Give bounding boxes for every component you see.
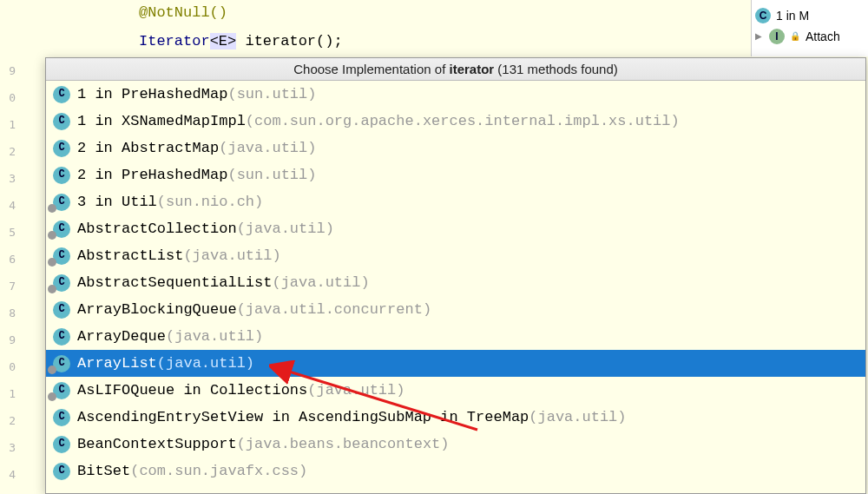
abstract-badge-icon [48, 392, 56, 401]
list-item[interactable]: CAbstractSequentialList (java.util) [46, 269, 865, 296]
sidebar-item-label: 1 in M [776, 5, 809, 26]
item-name: ArrayBlockingQueue [77, 299, 237, 320]
class-icon: C [53, 436, 70, 453]
class-icon: C [53, 382, 70, 399]
class-icon: C [53, 409, 70, 426]
list-item[interactable]: CAscendingEntrySetView in AscendingSubMa… [46, 404, 865, 431]
line-number: 4 [0, 461, 17, 488]
item-package: (java.util) [307, 379, 404, 401]
list-item[interactable]: CBeanContextSupport (java.beans.beancont… [46, 431, 865, 458]
class-icon: C [53, 274, 70, 292]
popup-header: Choose Implementation of iterator (131 m… [46, 58, 865, 81]
class-icon: C [53, 301, 70, 319]
item-package: (java.util) [529, 406, 626, 428]
item-package: (sun.util) [227, 164, 316, 186]
abstract-badge-icon [48, 366, 56, 374]
line-number: 5 [0, 219, 17, 246]
item-name: ArrayDeque [77, 326, 166, 347]
list-item[interactable]: CArrayBlockingQueue (java.util.concurren… [46, 296, 865, 323]
class-icon: C [53, 328, 70, 346]
line-number: 2 [0, 138, 17, 165]
list-item[interactable]: CBitSet (com.sun.javafx.css) [46, 458, 865, 484]
class-icon: C [53, 221, 70, 238]
abstract-badge-icon [48, 231, 56, 240]
line-number: 3 [0, 165, 17, 192]
list-item[interactable]: CAbstractList (java.util) [46, 242, 865, 269]
item-name: AbstractList [77, 245, 183, 267]
item-package: (java.util) [272, 272, 369, 293]
generic-highlight: <E> [210, 33, 237, 49]
line-number: 6 [0, 246, 17, 273]
list-item[interactable]: C2 in AbstractMap (java.util) [46, 135, 865, 161]
line-number: 1 [0, 111, 17, 138]
interface-icon: I [769, 29, 785, 44]
item-name: 2 in AbstractMap [77, 137, 219, 159]
list-item[interactable]: C2 in PreHashedMap (sun.util) [46, 161, 865, 188]
item-package: (com.sun.javafx.css) [130, 460, 307, 482]
item-name: 3 in Util [77, 191, 157, 213]
class-icon: C [53, 167, 70, 184]
method-name: iterator [245, 33, 316, 49]
item-name: 1 in XSNamedMapImpl [77, 110, 246, 132]
abstract-badge-icon [48, 285, 56, 293]
line-number: 4 [0, 192, 17, 219]
item-name: AbstractCollection [77, 218, 237, 240]
item-name: BeanContextSupport [77, 433, 237, 455]
sidebar-item-label: Attach [806, 26, 840, 47]
item-package: (com.sun.org.apache.xerces.internal.impl… [246, 110, 680, 132]
list-item[interactable]: CArrayDeque (java.util) [46, 323, 865, 350]
chevron-right-icon: ▶ [755, 26, 762, 47]
class-icon: C [53, 355, 70, 372]
line-number: 9 [0, 326, 17, 353]
item-name: AscendingEntrySetView in AscendingSubMap… [77, 406, 529, 428]
item-name: AsLIFOQueue in Collections [77, 379, 307, 401]
item-package: (java.util.concurrent) [237, 299, 431, 320]
lock-icon: 🔒 [790, 26, 800, 47]
class-icon: C [53, 113, 70, 130]
class-icon: C [53, 194, 70, 211]
popup-title-pre: Choose Implementation of [293, 62, 449, 76]
line-numbers-side: 9012345678901234 [0, 57, 17, 488]
class-icon: C [53, 140, 70, 157]
implementations-list[interactable]: C1 in PreHashedMap (sun.util)C1 in XSNam… [46, 81, 865, 484]
item-package: (sun.util) [227, 83, 316, 105]
list-item[interactable]: CAbstractCollection (java.util) [46, 215, 865, 242]
line-number: 7 [0, 273, 17, 300]
item-package: (java.util) [219, 137, 316, 159]
item-package: (java.util) [157, 352, 254, 374]
list-item[interactable]: C3 in Util (sun.nio.ch) [46, 188, 865, 215]
item-name: BitSet [77, 460, 130, 482]
item-name: ArrayList [77, 352, 157, 374]
list-item[interactable]: CArrayList (java.util) [46, 350, 865, 377]
item-package: (java.beans.beancontext) [237, 433, 450, 455]
item-name: 2 in PreHashedMap [77, 164, 227, 186]
class-icon: C [53, 247, 70, 265]
abstract-badge-icon [48, 204, 56, 213]
line-number: 9 [0, 57, 17, 84]
structure-sidebar: C 1 in M ▶ I 🔒 Attach [751, 0, 868, 56]
list-item[interactable]: CAsLIFOQueue in Collections (java.util) [46, 377, 865, 404]
line-number: 1 [0, 380, 17, 407]
class-icon: C [53, 463, 70, 480]
item-name: AbstractSequentialList [77, 272, 272, 293]
class-icon: C [755, 8, 771, 23]
editor-code-area[interactable]: @NotNull() Iterator<E> iterator(); [0, 0, 868, 57]
type-identifier: Iterator [139, 33, 210, 49]
line-number: 0 [0, 353, 17, 380]
sidebar-item[interactable]: C 1 in M [755, 5, 865, 26]
line-number: 8 [0, 300, 17, 326]
line-number: 2 [0, 407, 17, 434]
list-item[interactable]: C1 in XSNamedMapImpl (com.sun.org.apache… [46, 108, 865, 135]
item-name: 1 in PreHashedMap [77, 83, 227, 105]
item-package: (java.util) [237, 218, 334, 240]
class-icon: C [53, 86, 70, 103]
list-item[interactable]: C1 in PreHashedMap (sun.util) [46, 81, 865, 108]
popup-title-method: iterator [450, 62, 495, 76]
sidebar-item[interactable]: ▶ I 🔒 Attach [755, 26, 865, 47]
item-package: (java.util) [183, 245, 280, 267]
item-package: (java.util) [166, 326, 263, 347]
abstract-badge-icon [48, 258, 56, 267]
implementations-popup: Choose Implementation of iterator (131 m… [45, 57, 866, 494]
line-number: 3 [0, 434, 17, 461]
popup-title-post: (131 methods found) [494, 62, 618, 76]
